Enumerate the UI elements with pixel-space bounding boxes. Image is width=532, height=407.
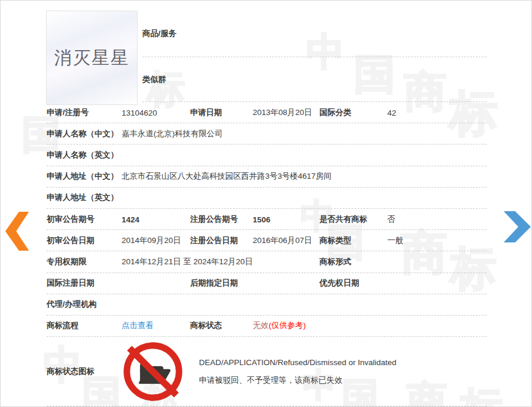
row-applicant-name-cn: 申请人名称（中文） 嘉丰永道(北京)科技有限公司 xyxy=(47,123,487,145)
ban-folder-svg xyxy=(122,341,184,402)
row-applicant-address-cn: 申请人地址（中文） 北京市石景山区八大处高科技园区西井路3号3号楼4617房间 xyxy=(47,166,487,188)
row-publication-dates: 初审公告日期 2014年09月20日 注册公告日期 2016年06月07日 商标… xyxy=(47,230,487,251)
exclusive-period-label: 专用权期限 xyxy=(47,257,87,267)
status-value-group: 无效(仅供参考) xyxy=(253,320,306,331)
row-process-status: 商标流程 点击查看 商标状态 无效(仅供参考) xyxy=(47,316,487,337)
row-applicant-address-en: 申请人地址（英文） xyxy=(47,188,487,209)
exclusive-period-value: 2014年12月21日 至 2024年12月20日 xyxy=(122,257,253,267)
status-description-cn: 申请被驳回、不予受理等，该商标已失效 xyxy=(199,376,396,385)
next-arrow-icon[interactable] xyxy=(504,211,531,242)
addr-cn-label: 申请人地址（中文） xyxy=(47,171,119,182)
row-similar-group: 类似群 xyxy=(142,57,487,102)
reg-pub-date-value: 2016年06月07日 xyxy=(253,235,312,246)
intl-class-value: 42 xyxy=(387,108,396,117)
tm-type-label: 商标类型 xyxy=(319,235,351,246)
applicant-en-label: 申请人名称（英文） xyxy=(47,150,119,160)
status-value: 无效 xyxy=(253,321,269,330)
process-label: 商标流程 xyxy=(47,320,79,331)
row-exclusive-period: 专用权期限 2014年12月21日 至 2024年12月20日 商标形式 xyxy=(47,251,487,273)
addr-en-label: 申请人地址（英文） xyxy=(47,192,119,203)
invalid-folder-ban-icon xyxy=(122,341,184,402)
reg-pub-no-label: 注册公告期号 xyxy=(190,214,238,225)
similar-group-label: 类似群 xyxy=(142,74,167,85)
status-note: (仅供参考) xyxy=(269,321,306,330)
applicant-cn-label: 申请人名称（中文） xyxy=(47,129,119,139)
prev-arrow-icon[interactable] xyxy=(5,212,29,251)
reg-no-value: 13104620 xyxy=(122,108,157,117)
top-section: 消灭星星 商品/服务 类似群 xyxy=(47,11,487,102)
row-international-dates: 国际注册日期 后期指定日期 优先权日期 xyxy=(47,273,487,294)
intl-class-label: 国际分类 xyxy=(319,107,351,118)
reg-pub-date-label: 注册公告日期 xyxy=(190,235,238,246)
first-pub-no-value: 1424 xyxy=(122,215,139,224)
intl-reg-date-label: 国际注册日期 xyxy=(47,278,94,288)
top-fields: 商品/服务 类似群 xyxy=(142,11,487,102)
reg-pub-no-value: 1506 xyxy=(253,215,270,224)
app-date-value: 2013年08月20日 xyxy=(253,107,312,118)
addr-cn-value: 北京市石景山区八大处高科技园区西井路3号3号楼4617房间 xyxy=(122,171,332,182)
agency-label: 代理/办理机构 xyxy=(47,299,97,310)
row-agency: 代理/办理机构 xyxy=(47,294,487,316)
first-pub-no-label: 初审公告期号 xyxy=(47,214,94,225)
row-publication-numbers: 初审公告期号 1424 注册公告期号 1506 是否共有商标 否 xyxy=(47,209,487,230)
process-view-link[interactable]: 点击查看 xyxy=(122,320,154,331)
app-date-label: 申请日期 xyxy=(190,107,222,118)
reg-no-label: 申请/注册号 xyxy=(47,107,89,118)
status-description: DEAD/APPLICATION/Refused/Dismissed or In… xyxy=(199,359,396,385)
priority-date-label: 优先权日期 xyxy=(319,278,360,288)
row-applicant-name-en: 申请人名称（英文） xyxy=(47,145,487,166)
tm-type-value: 一般 xyxy=(387,235,403,246)
trademark-detail-page: 国标中国商标中国商标中国标中国商标 消灭星星 商品/服务 类似群 申请/注册号 … xyxy=(0,0,532,407)
status-icon-label: 商标状态图标 xyxy=(47,366,94,377)
trademark-image: 消灭星星 xyxy=(46,11,138,105)
first-pub-date-label: 初审公告日期 xyxy=(47,235,94,246)
prohibition-sign xyxy=(127,345,179,397)
shared-value: 否 xyxy=(387,214,396,225)
applicant-cn-value: 嘉丰永道(北京)科技有限公司 xyxy=(122,129,223,139)
tm-form-label: 商标形式 xyxy=(319,257,351,267)
row-registration-number: 申请/注册号 13104620 申请日期 2013年08月20日 国际分类 42 xyxy=(47,102,487,123)
trademark-detail-table: 消灭星星 商品/服务 类似群 申请/注册号 13104620 申请日期 2013… xyxy=(47,11,487,406)
later-desig-date-label: 后期指定日期 xyxy=(190,278,238,288)
first-pub-date-value: 2014年09月20日 xyxy=(122,235,181,246)
status-description-en: DEAD/APPLICATION/Refused/Dismissed or In… xyxy=(199,359,396,367)
row-status-icon: 商标状态图标 DEAD/APPLICATION/Refused/Dismisse… xyxy=(47,337,487,406)
row-goods-services: 商品/服务 xyxy=(142,11,487,57)
trademark-image-text: 消灭星星 xyxy=(54,46,130,70)
status-label: 商标状态 xyxy=(190,320,222,331)
goods-services-label: 商品/服务 xyxy=(142,28,177,39)
shared-label: 是否共有商标 xyxy=(319,214,367,225)
